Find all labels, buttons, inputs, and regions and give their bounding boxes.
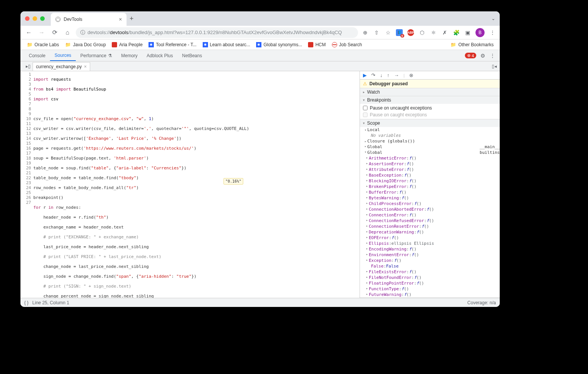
- global-entry[interactable]: ▸AssertionError: f (): [360, 161, 500, 167]
- folder-icon: 📁: [65, 42, 71, 48]
- close-window-button[interactable]: [25, 16, 30, 21]
- global-entry[interactable]: ▸FileExistsError: f (): [360, 269, 500, 275]
- global-entry[interactable]: ▸FileNotFoundError: f (): [360, 275, 500, 280]
- file-tab[interactable]: currency_exchange.py ×: [33, 62, 90, 71]
- breakpoints-section: ▾Breakpoints Pause on uncaught exception…: [360, 96, 500, 119]
- global-entry[interactable]: ▸ConnectionResetError: f (): [360, 224, 500, 229]
- bookmark-aria[interactable]: Aria People: [109, 41, 145, 49]
- more-icon[interactable]: ⋮: [489, 52, 496, 59]
- step-over-button[interactable]: ↷: [371, 72, 375, 78]
- other-bookmarks[interactable]: 📁Other Bookmarks: [448, 41, 496, 49]
- error-badge[interactable]: ⊗4: [465, 53, 476, 58]
- home-button[interactable]: ⌂: [63, 29, 72, 36]
- zoom-icon[interactable]: ⊕: [362, 29, 369, 36]
- scope-local[interactable]: ▾Local: [360, 127, 500, 133]
- menu-icon[interactable]: ⋮: [489, 29, 496, 36]
- extension-icon-1[interactable]: 📘0: [396, 29, 403, 36]
- global-entry[interactable]: ▸FutureWarning: f (): [360, 292, 500, 297]
- bookmark-job-search[interactable]: Job Search: [330, 41, 364, 49]
- scope-header[interactable]: ▾Scope: [360, 119, 500, 127]
- tab-performance[interactable]: Performance ⚗: [76, 50, 117, 61]
- global-entry[interactable]: ▸EncodingWarning: f (): [360, 246, 500, 252]
- share-icon[interactable]: ⇧: [373, 29, 380, 36]
- file-tab-bar: ▸▯ currency_exchange.py × ▯◂: [20, 61, 500, 71]
- global-entry[interactable]: ▸ChildProcessError: f (): [360, 201, 500, 207]
- devtools-tabs: Console Sources Performance ⚗ Memory Adb…: [20, 50, 500, 61]
- reload-button[interactable]: ⟳: [50, 29, 59, 36]
- bookmark-oracle-labs[interactable]: 📁Oracle Labs: [24, 41, 61, 49]
- global-entry[interactable]: ▸ConnectionRefusedError: f (): [360, 218, 500, 224]
- global-entry[interactable]: ▸BytesWarning: f (): [360, 195, 500, 201]
- show-navigator-button[interactable]: ▸▯: [23, 64, 33, 69]
- global-entry[interactable]: ▸EnvironmentError: f (): [360, 252, 500, 258]
- bookmark-java-doc[interactable]: 📁Java Doc Group: [63, 41, 108, 49]
- global-entry[interactable]: ▸BrokenPipeError: f (): [360, 184, 500, 189]
- global-entry[interactable]: ▸ConnectionAbortedError: f (): [360, 207, 500, 212]
- new-tab-button[interactable]: +: [130, 15, 134, 23]
- step-out-button[interactable]: ↑: [387, 72, 390, 78]
- profile-avatar[interactable]: B: [475, 28, 485, 37]
- close-tab-icon[interactable]: ×: [119, 16, 122, 22]
- extension-atom-icon[interactable]: ⚛: [430, 29, 437, 36]
- code-editor[interactable]: 1234 5678 9101112 13141516 17181920 2122…: [20, 71, 360, 298]
- debugger-toolbar: ▶ ↷ ↓ ↑ → | ⊗: [360, 71, 500, 80]
- pause-caught-checkbox[interactable]: Pause on caught exceptions: [363, 111, 497, 118]
- tab-sources[interactable]: Sources: [50, 50, 76, 61]
- extensions-puzzle-icon[interactable]: 🧩: [453, 29, 460, 36]
- breakpoints-header[interactable]: ▾Breakpoints: [360, 96, 500, 104]
- scope-global-builtins[interactable]: ▾Globalbuiltins: [360, 150, 500, 155]
- inline-value-tooltip: "0.16%": [224, 178, 243, 185]
- global-entry[interactable]: ▸AttributeError: f (): [360, 167, 500, 172]
- bookmark-hcm[interactable]: HCM: [306, 41, 328, 49]
- tab-netbeans[interactable]: NetBeans: [177, 50, 206, 61]
- bookmark-tool-ref[interactable]: ✱Tool Reference - T...: [146, 41, 199, 49]
- bookmark-star-icon[interactable]: ☆: [385, 29, 391, 36]
- watch-header[interactable]: ▸Watch: [360, 88, 500, 96]
- close-file-icon[interactable]: ×: [84, 64, 87, 69]
- scope-global-main[interactable]: ▸Global__main__: [360, 144, 500, 150]
- global-entry[interactable]: ▸DeprecationWarning: f (): [360, 229, 500, 235]
- extension-cube-icon[interactable]: ⬡: [419, 29, 425, 36]
- browser-tab[interactable]: ◯ DevTools ×: [51, 13, 127, 26]
- global-entry[interactable]: ▸Exception: f (): [360, 258, 500, 263]
- scope-closure[interactable]: ▸Closure (globals()): [360, 138, 500, 144]
- bookmark-learn-search[interactable]: ✱Learn about searc...: [200, 41, 253, 49]
- back-button[interactable]: ←: [24, 29, 33, 36]
- tab-memory[interactable]: Memory: [117, 50, 142, 61]
- oracle-circle-icon: [332, 42, 337, 47]
- global-entry[interactable]: ▸Ellipsis: ellipsis Ellipsis: [360, 241, 500, 246]
- extension-x-icon[interactable]: ✗: [441, 29, 448, 36]
- deactivate-breakpoints-button[interactable]: ⊗: [409, 72, 413, 78]
- tab-adblock[interactable]: Adblock Plus: [142, 50, 177, 61]
- global-entry[interactable]: False: False: [360, 263, 500, 269]
- braces-icon[interactable]: { }: [24, 300, 28, 305]
- error-icon: ⊗: [467, 53, 471, 58]
- global-entry[interactable]: ▸BlockingIOError: f (): [360, 178, 500, 184]
- adblock-icon[interactable]: ABP: [407, 29, 414, 36]
- panel-icon[interactable]: ▣: [464, 29, 471, 36]
- global-entry[interactable]: ▸EOFError: f (): [360, 235, 500, 241]
- maximize-window-button[interactable]: [40, 16, 45, 21]
- resume-button[interactable]: ▶: [363, 72, 367, 78]
- tab-console[interactable]: Console: [24, 50, 50, 61]
- step-into-button[interactable]: ↓: [380, 72, 383, 78]
- url-bar[interactable]: ⓘ devtools://devtools/bundled/js_app.htm…: [76, 27, 358, 38]
- global-entry[interactable]: ▸ConnectionError: f (): [360, 212, 500, 218]
- code-content[interactable]: import requests from bs4 import Beautifu…: [33, 71, 360, 298]
- gear-icon[interactable]: ⚙: [479, 52, 486, 59]
- folder-icon: 📁: [450, 42, 457, 48]
- global-entry[interactable]: ▸FunctionType: f (): [360, 286, 500, 292]
- file-name: currency_exchange.py: [36, 64, 82, 69]
- global-entry[interactable]: ▸BaseException: f (): [360, 172, 500, 178]
- step-button[interactable]: →: [394, 72, 399, 78]
- global-entry[interactable]: ▸BufferError: f (): [360, 189, 500, 195]
- pause-uncaught-checkbox[interactable]: Pause on uncaught exceptions: [363, 105, 497, 111]
- global-entry[interactable]: ▸FloatingPointError: f (): [360, 280, 500, 286]
- forward-button[interactable]: →: [37, 29, 46, 36]
- bookmark-global-syn[interactable]: ✱Global synonyms...: [254, 41, 304, 49]
- minimize-window-button[interactable]: [33, 16, 37, 21]
- global-entry[interactable]: ▸ArithmeticError: f (): [360, 155, 500, 161]
- main-area: 1234 5678 9101112 13141516 17181920 2122…: [20, 71, 500, 298]
- tab-dropdown-icon[interactable]: ⌄: [491, 16, 495, 21]
- toggle-panel-icon[interactable]: ▯◂: [492, 64, 497, 69]
